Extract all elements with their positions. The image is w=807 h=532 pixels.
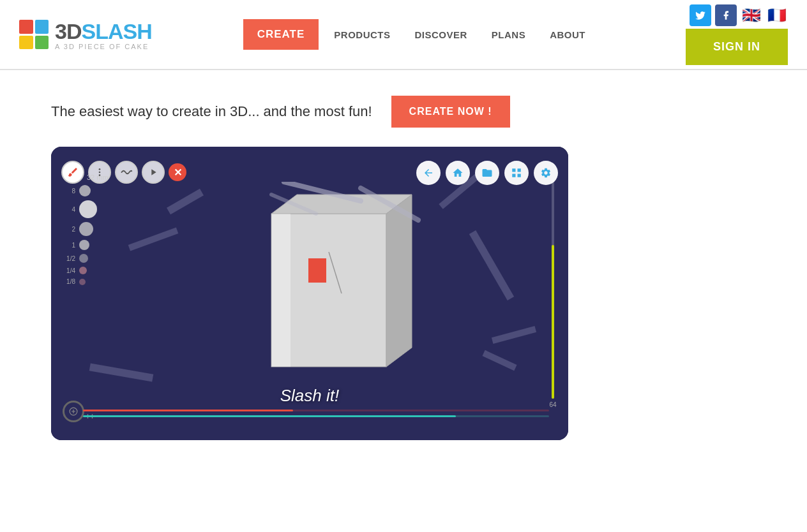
signin-button[interactable]: SIGN IN (686, 29, 788, 65)
size-label-1: 1 (63, 242, 75, 249)
size-row-2: 2 (63, 222, 93, 236)
brand-3d: 3D (55, 19, 81, 43)
plus-top-right (35, 20, 49, 34)
vertical-slider[interactable]: 64 (550, 179, 555, 408)
size-label-2: 2 (63, 226, 75, 233)
logo-wrapper: 3DSLASH A 3D PIECE OF CAKE (19, 19, 152, 50)
size-circle-eighth[interactable] (79, 279, 86, 285)
plus-top-left (19, 20, 33, 34)
tagline-text: The easiest way to create in 3D... and t… (51, 103, 372, 120)
create-nav-button[interactable]: CREATE (243, 19, 319, 50)
folder-tool-button[interactable] (475, 161, 499, 185)
svg-rect-7 (308, 258, 326, 283)
header-right: 🇬🇧 🇫🇷 SIGN IN (686, 4, 788, 65)
size-row-8: 8 (63, 185, 91, 196)
plans-nav-link[interactable]: PLANS (483, 29, 534, 40)
svg-marker-4 (386, 195, 412, 367)
header: 3DSLASH A 3D PIECE OF CAKE CREATE PRODUC… (0, 0, 807, 70)
size-label-quarter: 1/4 (63, 267, 75, 274)
size-row-1: 1 (63, 240, 89, 250)
brand-subtitle: A 3D PIECE OF CAKE (55, 43, 152, 50)
twitter-icon[interactable] (690, 4, 711, 26)
tagline-row: The easiest way to create in 3D... and t… (51, 96, 788, 128)
paint-tool-button[interactable] (61, 161, 84, 184)
size-label-8: 8 (63, 188, 75, 195)
svg-rect-6 (271, 214, 290, 367)
3d-box-svg (233, 182, 437, 386)
progress-bars (83, 410, 549, 417)
toolbar-topright (416, 161, 558, 185)
size-label-half: 1/2 (63, 255, 75, 262)
size-label-4: 4 (63, 206, 75, 213)
social-icons: 🇬🇧 🇫🇷 (690, 4, 788, 26)
nav: CREATE PRODUCTS DISCOVER PLANS ABOUT (243, 19, 594, 50)
create-now-button[interactable]: CREATE NOW ! (391, 96, 510, 128)
slash-it-text: Slash it! (280, 386, 340, 406)
size-selector: 8 4 2 1 1/2 1/4 (63, 185, 97, 285)
red-progress-track (83, 410, 549, 411)
size-row-4: 4 (63, 200, 97, 218)
logo-plus-icon (19, 20, 49, 49)
about-nav-link[interactable]: ABOUT (541, 29, 594, 40)
products-nav-link[interactable]: PRODUCTS (325, 29, 399, 40)
size-row-eighth: 1/8 (63, 278, 86, 285)
plus-bottom-left (19, 36, 33, 50)
plus-zoom-button[interactable] (63, 401, 84, 422)
size-circle-2[interactable] (79, 222, 93, 236)
mm-label: 32 mm (87, 174, 109, 181)
app-screenshot: ✕ 32 mm 8 4 2 1 1/2 (51, 147, 568, 440)
size-circle-8[interactable] (79, 185, 91, 196)
slider-track (552, 179, 554, 399)
red-progress-fill (83, 410, 293, 411)
size-circle-quarter[interactable] (79, 267, 87, 274)
size-circle-half[interactable] (79, 254, 88, 263)
back-tool-button[interactable] (416, 161, 441, 185)
size-circle-4[interactable] (79, 200, 97, 218)
size-row-half: 1/2 (63, 254, 88, 263)
plus-bottom-right (35, 36, 49, 50)
facebook-icon[interactable] (715, 4, 737, 26)
size-label-eighth: 1/8 (63, 278, 75, 285)
uk-flag-icon[interactable]: 🇬🇧 (741, 4, 762, 26)
brand-slash: SLASH (81, 19, 151, 43)
home-tool-button[interactable] (446, 161, 470, 185)
main-content: The easiest way to create in 3D... and t… (0, 70, 807, 459)
svg-point-0 (99, 168, 101, 170)
brand-name: 3DSLASH (55, 19, 152, 44)
discover-nav-link[interactable]: DISCOVER (405, 29, 476, 40)
wave-tool-button[interactable] (115, 161, 138, 184)
svg-point-1 (99, 172, 101, 174)
grid-tool-button[interactable] (504, 161, 529, 185)
fr-flag-icon[interactable]: 🇫🇷 (766, 4, 788, 26)
brand-text-block: 3DSLASH A 3D PIECE OF CAKE (55, 19, 152, 50)
3d-object-area (140, 179, 530, 389)
size-row-quarter: 1/4 (63, 267, 87, 274)
size-circle-1[interactable] (79, 240, 89, 250)
teal-progress-fill (83, 415, 456, 417)
slider-label: 64 (549, 401, 556, 408)
logo-area: 3DSLASH A 3D PIECE OF CAKE (19, 19, 152, 50)
slider-fill (552, 245, 554, 399)
teal-progress-track (83, 415, 549, 417)
